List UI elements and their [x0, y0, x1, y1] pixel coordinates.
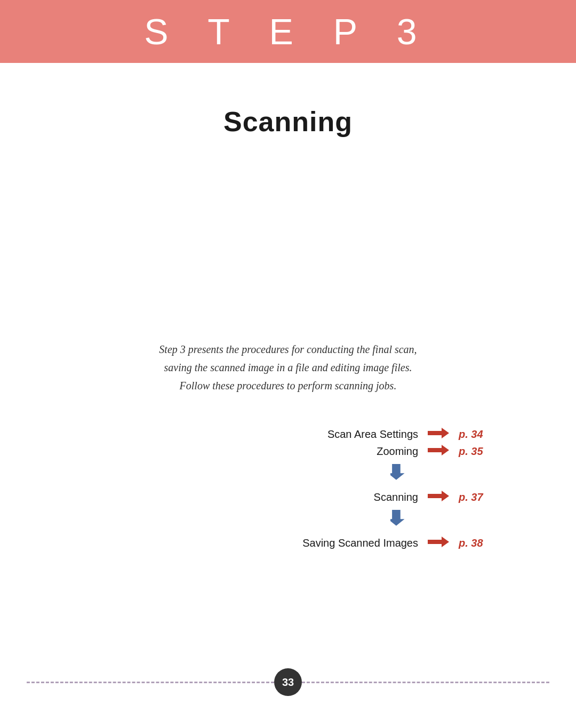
svg-marker-1	[428, 445, 449, 455]
description: Step 3 presents the procedures for condu…	[159, 340, 417, 395]
svg-marker-2	[390, 464, 405, 480]
down-arrow-icon-2	[390, 510, 405, 530]
svg-marker-5	[428, 537, 449, 547]
arrow-right-icon-scanning	[428, 490, 449, 505]
svg-marker-0	[428, 428, 449, 438]
workflow-label-scanning: Scanning	[301, 491, 418, 503]
svg-marker-3	[428, 491, 449, 501]
svg-marker-4	[390, 510, 405, 526]
workflow-row-zooming: Zooming p. 35	[301, 444, 491, 459]
header-banner: S T E P 3	[0, 0, 576, 63]
page-ref-scanning: p. 37	[459, 491, 491, 503]
workflow-label-scan-area: Scan Area Settings	[301, 428, 418, 441]
page-ref-zooming: p. 35	[459, 445, 491, 458]
page-title: Scanning	[223, 106, 353, 138]
bottom-section: 33	[0, 668, 576, 696]
workflow-label-zooming: Zooming	[301, 445, 418, 458]
page-number: 33	[274, 668, 302, 696]
workflow-label-saving: Saving Scanned Images	[301, 537, 418, 549]
description-line3: Follow these procedures to perform scann…	[159, 377, 417, 395]
down-arrow-icon	[390, 464, 405, 484]
arrow-right-icon-saving	[428, 535, 449, 550]
step-title: S T E P 3	[144, 11, 431, 52]
arrow-right-icon	[428, 427, 449, 442]
workflow-row-scan-area: Scan Area Settings p. 34	[301, 427, 491, 442]
workflow-row-saving: Saving Scanned Images p. 38	[301, 535, 491, 550]
description-line1: Step 3 presents the procedures for condu…	[159, 340, 417, 358]
main-content: Scanning Step 3 presents the procedures …	[0, 63, 576, 553]
page-ref-saving: p. 38	[459, 537, 491, 549]
arrow-down-after-zooming	[0, 464, 491, 486]
arrow-down-after-scanning	[0, 510, 491, 532]
arrow-right-icon-zooming	[428, 444, 449, 459]
description-line2: saving the scanned image in a file and e…	[159, 358, 417, 377]
workflow-section: Scan Area Settings p. 34 Zooming p. 35	[0, 427, 576, 553]
dashed-line-left	[27, 682, 274, 683]
dashed-line-right	[302, 682, 549, 683]
workflow-row-scanning: Scanning p. 37	[301, 490, 491, 505]
page-ref-scan-area: p. 34	[459, 428, 491, 441]
